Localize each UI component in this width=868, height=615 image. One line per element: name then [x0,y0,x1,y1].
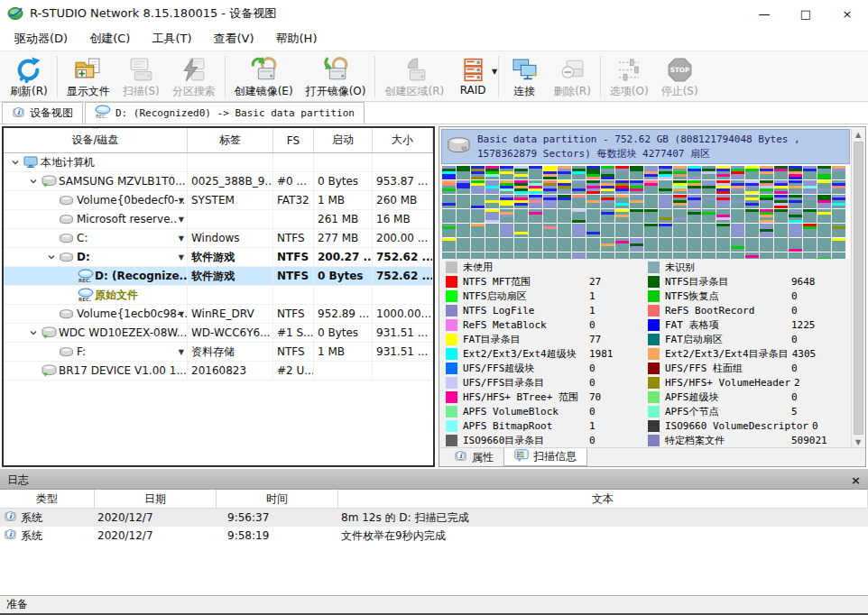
chevron-down-icon[interactable] [7,158,23,167]
column-header-2[interactable]: FS [273,128,314,152]
close-button[interactable]: × [826,0,868,27]
raid-button[interactable]: ▼RAID [450,53,495,100]
block-stripe [760,200,773,203]
row-dropdown-icon[interactable]: ▼ [179,216,184,224]
legend-item: ISO9660目录条目0 [446,433,648,447]
legend-value: 5 [791,406,798,418]
row-dropdown-icon[interactable]: ▼ [179,234,184,243]
block-cell [485,238,499,252]
device-row[interactable]: WDC WD10EZEX-08W...WD-WCC6Y6...#1 S...0 … [4,324,433,343]
tab-properties[interactable]: i属性 [444,448,503,466]
block-cell [716,209,730,223]
column-header-3[interactable]: 启动 [314,128,373,152]
menu-help[interactable]: 帮助(H) [265,27,328,50]
tab-device-view[interactable]: i设备视图 [2,102,83,124]
row-dropdown-icon[interactable]: ▼ [179,310,184,318]
device-row[interactable]: Microsoft reserve..▼261 MB16 MB [4,210,433,229]
scan-block-map[interactable] [441,165,850,259]
legend-item: HFS/HFS+ VolumeHeader2 [648,375,850,390]
maximize-button[interactable]: □ [785,0,826,27]
connect-button[interactable]: 连接 [502,53,547,100]
dropdown-arrow-icon[interactable]: ▼ [492,68,497,76]
row-dropdown-icon[interactable]: ▼ [179,197,184,205]
block-stripe [803,197,817,200]
block-stripe [543,177,557,179]
log-column-header-3[interactable]: 文本 [338,490,868,508]
device-row[interactable]: REC.D: (Recognize...软件游戏NTFS0 Bytes752.6… [4,267,433,286]
block-stripe [817,177,831,179]
menu-tools[interactable]: 工具(T) [141,27,202,50]
block-cell [760,224,773,237]
status-bar: 准备 [0,595,868,613]
device-row[interactable]: Volume{1ecb0c98-..▼WinRE_DRVNTFS952.89 .… [4,305,433,324]
tab-scan-info[interactable]: 扫描信息 [503,448,587,466]
block-cell [789,166,802,179]
scroll-down-icon[interactable]: ▼ [855,436,861,448]
scroll-up-icon[interactable]: ▲ [855,128,861,141]
chevron-down-icon[interactable] [43,252,60,262]
row-dropdown-icon[interactable]: ▼ [179,253,184,262]
open-image-button[interactable]: 打开镜像(O) [300,53,373,100]
log-close-icon[interactable]: × [851,473,861,487]
log-row[interactable]: i系统2020/12/79:58:19文件枚举在9秒内完成 [0,527,868,545]
log-column-header-0[interactable]: 类型 [0,490,95,508]
device-row[interactable]: REC.原始文件 [4,286,433,305]
block-cell [659,238,672,252]
create-image-button[interactable]: 创建镜像(E) [228,53,300,100]
block-cell [572,252,586,259]
device-row[interactable]: 本地计算机 [4,153,433,172]
device-row[interactable]: SAMSUNG MZVLB1T0...0025_388B_9...#0 ...0… [4,172,433,191]
log-column-header-2[interactable]: 时间 [217,490,338,508]
legend-value: 1 [589,305,596,317]
chevron-down-icon[interactable] [25,177,42,186]
column-header-4[interactable]: 大小 [373,128,433,152]
block-stripe [716,169,730,171]
block-cell [529,252,542,259]
device-row[interactable]: BR17 DEVICE V1.00 1....20160823#2 U... [4,362,433,381]
log-column-header-1[interactable]: 日期 [95,490,217,508]
device-row[interactable]: C:▼WindowsNTFS277 MB200.00 ... [4,229,433,248]
row-dropdown-icon[interactable]: ▼ [179,348,184,356]
block-cell [817,180,831,194]
block-cell [731,252,744,259]
block-cell [716,238,730,252]
menu-view[interactable]: 查看(V) [202,27,264,50]
device-row[interactable]: Volume{0bedecf0-..▼SYSTEMFAT321 MB260 MB [4,191,433,210]
legend-value: 0 [791,305,798,317]
block-cell [500,180,513,194]
scan-panel-scrollbar[interactable]: ▲ ▼ [851,128,864,448]
log-type-label: 系统 [21,528,42,544]
block-cell [702,180,716,194]
block-cell [817,224,831,237]
menu-create[interactable]: 创建(C) [78,27,141,50]
block-stripe [485,220,499,223]
refresh-button[interactable]: 刷新(R) [4,53,54,100]
block-cell [572,224,586,237]
column-header-0[interactable]: ^设备/磁盘 [4,128,188,152]
block-cell [774,224,788,237]
log-type-cell: i系统 [0,509,95,527]
block-cell [514,224,528,237]
legend-item: FAT目录条目77 [446,332,648,346]
block-stripe [500,171,513,174]
legend-color-swatch [648,319,660,331]
device-row[interactable]: F:▼资料存储NTFS1 MB931.51 ... [4,343,433,362]
block-stripe [774,191,788,194]
column-header-1[interactable]: 标签 [188,128,273,152]
log-row[interactable]: i系统2020/12/79:56:378m 12s 的 D: 扫描已完成 [0,509,868,527]
block-stripe [601,212,614,215]
search-partitions-icon [180,55,208,85]
block-stripe [688,186,701,188]
block-cell [716,224,730,237]
fs-cell: NTFS [273,305,314,323]
device-row[interactable]: D:▼软件游戏NTFS200.27 ...752.62 ... [4,248,433,267]
minimize-button[interactable]: — [743,0,785,27]
scrollbar-thumb[interactable] [854,142,863,435]
legend-item: UFS/FFS目录条目0 [446,375,648,390]
device-name: D: (Recognize... [95,270,188,282]
block-stripe [774,206,788,208]
tab-recognized[interactable]: REC.D: (Recognized0) -> Basic data parti… [85,102,365,124]
show-files-button[interactable]: 显示文件 [60,53,116,100]
chevron-down-icon[interactable] [25,328,42,337]
menu-drive[interactable]: 驱动器(D) [4,27,78,50]
